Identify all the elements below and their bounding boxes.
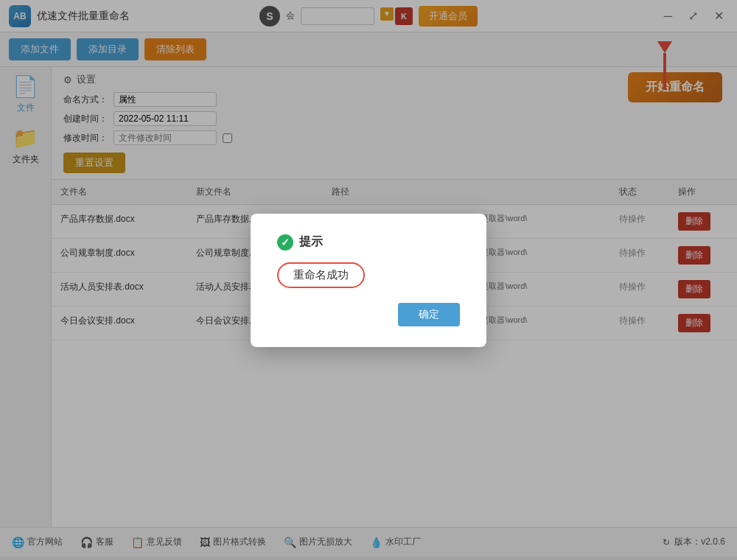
modal-overlay: ✓ 提示 重命名成功 确定 xyxy=(0,0,737,560)
modal-confirm-button[interactable]: 确定 xyxy=(398,303,460,326)
modal-success-text: 重命名成功 xyxy=(277,262,365,288)
modal-footer: 确定 xyxy=(277,303,460,326)
modal-dialog: ✓ 提示 重命名成功 确定 xyxy=(251,214,486,347)
success-check-icon: ✓ xyxy=(277,234,293,251)
modal-title-row: ✓ 提示 xyxy=(277,234,460,251)
modal-title-text: 提示 xyxy=(299,234,323,250)
modal-body: 重命名成功 xyxy=(277,262,460,288)
